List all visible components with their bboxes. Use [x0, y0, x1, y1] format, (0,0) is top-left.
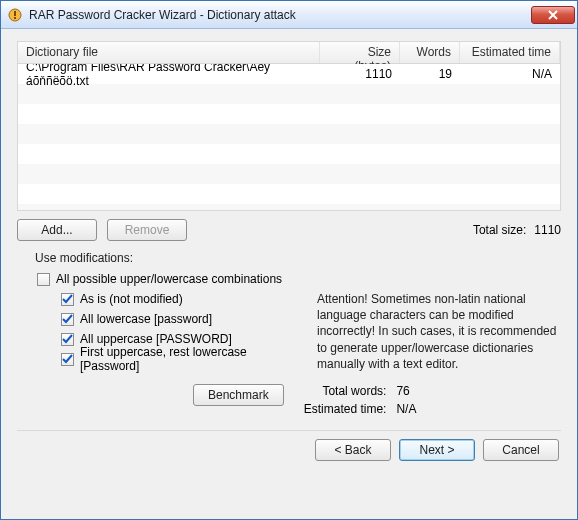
- cancel-button[interactable]: Cancel: [483, 439, 559, 461]
- checkbox-icon: [61, 293, 74, 306]
- grid-body: C:\Program Files\RAR Password Cracker\Äë…: [18, 64, 560, 210]
- client-area: Dictionary file Size (bytes) Words Estim…: [1, 29, 577, 519]
- checkbox-icon: [37, 273, 50, 286]
- col-header-file[interactable]: Dictionary file: [18, 42, 320, 63]
- checkbox-as-is[interactable]: As is (not modified): [61, 289, 297, 309]
- checkbox-label: First uppercase, rest lowercase [Passwor…: [80, 345, 297, 373]
- warning-text: Attention! Sometimes non-latin national …: [317, 289, 561, 372]
- checkbox-all-lower[interactable]: All lowercase [password]: [61, 309, 297, 329]
- svg-rect-1: [14, 11, 16, 16]
- wizard-footer: < Back Next > Cancel: [17, 439, 561, 461]
- svg-rect-2: [14, 17, 16, 19]
- checkbox-label: All possible upper/lowercase combination…: [56, 272, 282, 286]
- back-button[interactable]: < Back: [315, 439, 391, 461]
- cell-size: 1110: [320, 67, 400, 81]
- add-button[interactable]: Add...: [17, 219, 97, 241]
- checkbox-icon: [61, 313, 74, 326]
- app-icon: [7, 7, 23, 23]
- checkbox-first-upper[interactable]: First uppercase, rest lowercase [Passwor…: [61, 349, 297, 369]
- checkbox-label: As is (not modified): [80, 292, 183, 306]
- cell-eta: N/A: [460, 67, 560, 81]
- dictionary-grid[interactable]: Dictionary file Size (bytes) Words Estim…: [17, 41, 561, 211]
- cell-file: C:\Program Files\RAR Password Cracker\Äë…: [18, 64, 320, 88]
- use-modifications-label: Use modifications:: [35, 251, 561, 265]
- checkbox-all-combos[interactable]: All possible upper/lowercase combination…: [37, 269, 561, 289]
- checkbox-label: All uppercase [PASSWORD]: [80, 332, 232, 346]
- next-button[interactable]: Next >: [399, 439, 475, 461]
- total-words-value: 76: [396, 384, 416, 398]
- total-words-label: Total words:: [304, 384, 387, 398]
- checkbox-icon: [61, 333, 74, 346]
- window-title: RAR Password Cracker Wizard - Dictionary…: [29, 8, 296, 22]
- table-row[interactable]: C:\Program Files\RAR Password Cracker\Äë…: [18, 64, 560, 84]
- total-size-value: 1110: [534, 223, 561, 237]
- grid-header: Dictionary file Size (bytes) Words Estim…: [18, 42, 560, 64]
- col-header-eta[interactable]: Estimated time: [460, 42, 560, 63]
- wizard-window: RAR Password Cracker Wizard - Dictionary…: [0, 0, 578, 520]
- total-size-label: Total size:: [473, 223, 526, 237]
- benchmark-button[interactable]: Benchmark: [193, 384, 284, 406]
- close-button[interactable]: [531, 6, 575, 24]
- cell-words: 19: [400, 67, 460, 81]
- stats-block: Total words: 76 Estimated time: N/A: [304, 384, 417, 416]
- remove-button[interactable]: Remove: [107, 219, 187, 241]
- estimated-time-value: N/A: [396, 402, 416, 416]
- titlebar: RAR Password Cracker Wizard - Dictionary…: [1, 1, 577, 29]
- estimated-time-label: Estimated time:: [304, 402, 387, 416]
- col-header-size[interactable]: Size (bytes): [320, 42, 400, 63]
- checkbox-icon: [61, 353, 74, 366]
- col-header-words[interactable]: Words: [400, 42, 460, 63]
- checkbox-label: All lowercase [password]: [80, 312, 212, 326]
- separator: [17, 430, 561, 431]
